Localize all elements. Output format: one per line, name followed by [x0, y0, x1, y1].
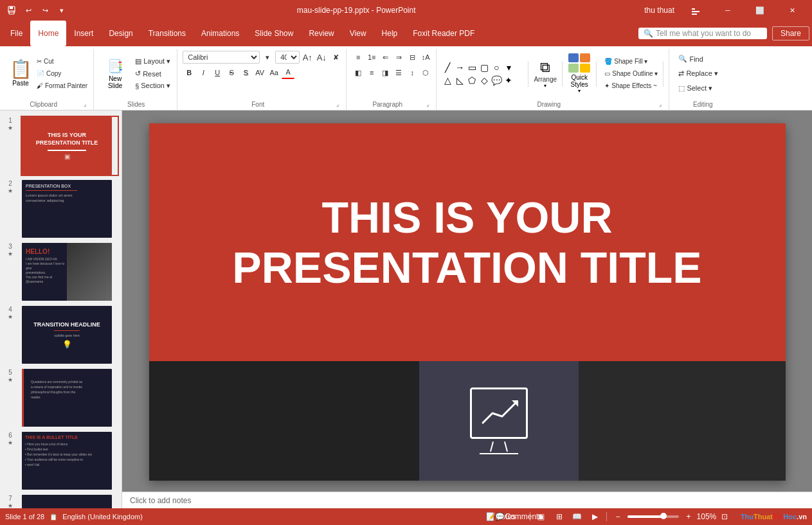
shape-fill-button[interactable]: 🪣 Shape Fill ▾	[602, 56, 660, 67]
slide-item-6[interactable]: 6 ★ THIS IS A BULLET TITLE • Here you ha…	[3, 431, 119, 491]
align-right-btn[interactable]: ◨	[379, 66, 392, 79]
customize-qat-button[interactable]: ▾	[55, 4, 68, 17]
font-family-expand[interactable]: ▾	[261, 51, 274, 64]
zoom-out-button[interactable]: −	[611, 511, 625, 522]
slide-item-7[interactable]: 7 ★ BIG CONCEPT Bring the attention of y…	[3, 494, 119, 508]
menu-slideshow[interactable]: Slide Show	[247, 21, 301, 46]
slide-item-1[interactable]: 1 ★ THIS IS YOURPRESENTATION TITLE ▣	[3, 116, 119, 176]
slide-thumb-4[interactable]: TRANSITION HEADLINE subtitle goes here 💡	[21, 305, 119, 365]
menu-help[interactable]: Help	[374, 21, 406, 46]
zoom-level-button[interactable]: 105%	[699, 511, 714, 522]
zoom-in-button[interactable]: +	[681, 511, 696, 522]
menu-file[interactable]: File	[3, 21, 30, 46]
align-left-btn[interactable]: ◧	[352, 66, 365, 79]
scroll-area[interactable]: THIS IS YOUR PRESENTATION TITLE	[122, 111, 812, 492]
menu-home[interactable]: Home	[30, 21, 66, 46]
rt-triangle-shape[interactable]: ◺	[454, 75, 465, 86]
smart-art-convert-btn[interactable]: ⬡	[419, 66, 432, 79]
shape-outline-button[interactable]: ▭ Shape Outline ▾	[602, 68, 660, 80]
select-button[interactable]: ⬚ Select ▾	[674, 82, 716, 95]
decrease-font-btn[interactable]: A↓	[315, 51, 328, 64]
menu-foxit[interactable]: Foxit Reader PDF	[405, 21, 482, 46]
font-size-select[interactable]: 40	[275, 51, 300, 64]
layout-button[interactable]: ▤ Layout ▾	[132, 56, 173, 67]
slide-top-section[interactable]: THIS IS YOUR PRESENTATION TITLE	[149, 123, 786, 361]
reset-button[interactable]: ↺ Reset	[132, 68, 173, 80]
menu-insert[interactable]: Insert	[66, 21, 101, 46]
format-painter-button[interactable]: 🖌 Format Painter	[35, 80, 89, 92]
italic-button[interactable]: I	[197, 66, 210, 79]
char-spacing-button[interactable]: AV	[253, 66, 266, 79]
increase-indent-btn[interactable]: ⇒	[392, 51, 405, 64]
rect-shape[interactable]: ▭	[466, 62, 478, 73]
slide-thumb-1[interactable]: THIS IS YOURPRESENTATION TITLE ▣	[21, 116, 119, 176]
clipboard-expand[interactable]: ⌟	[80, 100, 89, 109]
slide-item-4[interactable]: 4 ★ TRANSITION HEADLINE subtitle goes he…	[3, 305, 119, 365]
slide-item-5[interactable]: 5 ★ Quotations are commonly printed asa …	[3, 368, 119, 428]
slide-thumb-5[interactable]: Quotations are commonly printed asa mean…	[21, 368, 119, 428]
slideshow-button[interactable]: ▶	[588, 511, 602, 522]
more-shapes[interactable]: ▾	[503, 62, 514, 73]
copy-button[interactable]: 📄 Copy	[35, 68, 89, 80]
cut-button[interactable]: ✂ Cut	[35, 56, 89, 67]
search-box[interactable]: 🔍 Tell me what you want to do	[638, 28, 767, 39]
triangle-shape[interactable]: △	[442, 75, 453, 86]
arrange-button[interactable]: ⧉ Arrange ▾	[531, 56, 559, 92]
text-shadow-button[interactable]: S	[239, 66, 252, 79]
justify-btn[interactable]: ☰	[392, 66, 405, 79]
redo-button[interactable]: ↪	[39, 4, 51, 17]
slide-item-2[interactable]: 2 ★ PRESENTATION BOX Lorem ipsum dolor s…	[3, 179, 119, 239]
bullet-list-btn[interactable]: ≡	[352, 51, 365, 64]
increase-font-btn[interactable]: A↑	[301, 51, 314, 64]
slide-thumb-2[interactable]: PRESENTATION BOX Lorem ipsum dolor sit a…	[21, 179, 119, 239]
drawing-expand[interactable]: ⌟	[656, 100, 665, 109]
arrow-shape[interactable]: →	[454, 62, 465, 73]
menu-view[interactable]: View	[342, 21, 374, 46]
slide-item-3[interactable]: 3 ★ HELLO! I AM VISION GEO-VAI am here b…	[3, 242, 119, 302]
share-button[interactable]: Share	[772, 26, 809, 40]
paste-button[interactable]: 📋 Paste	[6, 56, 35, 92]
find-button[interactable]: 🔍 Find	[674, 53, 707, 66]
reading-view-button[interactable]: 📖	[570, 511, 584, 522]
decrease-indent-btn[interactable]: ⇐	[379, 51, 392, 64]
line-shape[interactable]: ╱	[442, 62, 453, 73]
pentagon-shape[interactable]: ⬠	[466, 75, 478, 86]
strikethrough-button[interactable]: S	[225, 66, 238, 79]
slide-thumb-6[interactable]: THIS IS A BULLET TITLE • Here you have a…	[21, 431, 119, 491]
underline-button[interactable]: U	[211, 66, 224, 79]
rounded-rect-shape[interactable]: ▢	[478, 62, 490, 73]
menu-review[interactable]: Review	[301, 21, 341, 46]
notes-bar[interactable]: Click to add notes	[122, 492, 812, 508]
paragraph-expand[interactable]: ⌟	[423, 100, 432, 109]
callout-shape[interactable]: 💬	[491, 75, 502, 86]
text-direction-btn[interactable]: ↕A	[419, 51, 432, 64]
diamond-shape[interactable]: ◇	[478, 75, 490, 86]
slide-thumb-7[interactable]: BIG CONCEPT Bring the attention of your …	[21, 494, 119, 508]
font-expand[interactable]: ⌟	[333, 100, 342, 109]
menu-design[interactable]: Design	[101, 21, 140, 46]
normal-view-button[interactable]: ▣	[534, 511, 548, 522]
quick-styles-button[interactable]: QuickStyles ▾	[565, 56, 593, 92]
minimize-button[interactable]: ─	[713, 0, 743, 21]
help-button[interactable]	[681, 0, 710, 21]
line-spacing-btn[interactable]: ↕	[406, 66, 419, 79]
clear-format-btn[interactable]: ✘	[329, 51, 342, 64]
oval-shape[interactable]: ○	[491, 62, 502, 73]
slide-sorter-button[interactable]: ⊞	[552, 511, 566, 522]
numbered-list-btn[interactable]: 1≡	[365, 51, 378, 64]
undo-button[interactable]: ↩	[22, 4, 35, 17]
zoom-slider[interactable]: − +	[611, 511, 696, 522]
font-case-button[interactable]: Aa	[267, 66, 280, 79]
column-btn[interactable]: ⊟	[406, 51, 419, 64]
slide-thumb-3[interactable]: HELLO! I AM VISION GEO-VAI am here becau…	[21, 242, 119, 302]
restore-button[interactable]: ⬜	[745, 0, 775, 21]
close-button[interactable]: ✕	[777, 0, 807, 21]
bold-button[interactable]: B	[183, 66, 195, 79]
save-button[interactable]	[5, 4, 18, 17]
fit-slide-button[interactable]: ⊡	[717, 511, 732, 522]
font-color-button[interactable]: A	[282, 66, 294, 79]
replace-button[interactable]: ⇄ Replace ▾	[674, 67, 721, 80]
font-family-select[interactable]: Calibri	[183, 51, 260, 64]
section-button[interactable]: § Section ▾	[132, 80, 173, 92]
align-center-btn[interactable]: ≡	[365, 66, 378, 79]
